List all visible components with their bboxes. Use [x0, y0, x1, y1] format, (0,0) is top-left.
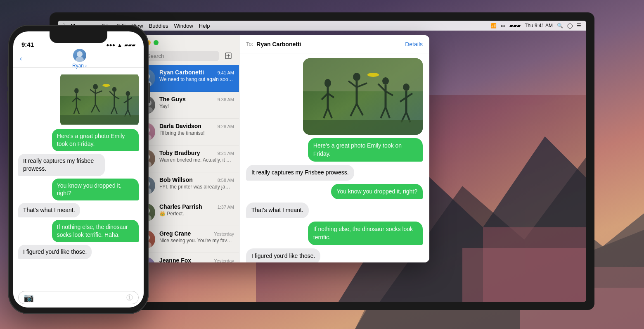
- conv-meta-bob: Bob Willson 8:58 AM FYI, the printer was…: [159, 176, 234, 191]
- iphone-photo: [60, 73, 139, 126]
- iphone-message-list: Here's a great photo Emily took on Frida…: [13, 68, 144, 287]
- conv-preview-bob: FYI, the printer was already jammed when…: [159, 184, 234, 191]
- notification-icon[interactable]: ☰: [577, 23, 581, 29]
- conv-meta-charles: Charles Parrish 1:37 AM 👑 Perfect.: [159, 203, 234, 217]
- iphone-status-icons: ●●● ▲ ▰▰▰: [106, 42, 135, 48]
- conv-name-darla: Darla Davidson: [159, 123, 201, 129]
- conv-preview-darla: I'll bring the tiramisu!: [159, 130, 234, 137]
- svg-point-43: [382, 77, 389, 85]
- app-store-icon: ①: [126, 293, 133, 303]
- siri-icon[interactable]: ◯: [567, 23, 573, 29]
- iphone-input-bar: 📷 ①: [13, 287, 144, 308]
- battery-status-icon: ▰▰▰: [124, 42, 135, 48]
- conv-time-guys: 9:36 AM: [218, 97, 234, 102]
- conv-name-greg: Greg Crane: [159, 230, 191, 237]
- chat-messages: Here's a great photo Emily took on Frida…: [239, 53, 429, 262]
- conv-name-guys: The Guys: [159, 96, 186, 103]
- iphone-body: 9:41 ●●● ▲ ▰▰▰ ‹ Ryan ›: [8, 25, 149, 314]
- iphone-msg-photo-caption: Here's a great photo Emily took on Frida…: [52, 129, 139, 151]
- iphone-msg-frisbee: It really captures my frisbee prowess.: [18, 154, 105, 176]
- iphone-msg-socks: If nothing else, the dinosaur socks look…: [52, 220, 139, 242]
- conv-meta-guys: The Guys 9:36 AM Yay!: [159, 96, 234, 110]
- message-sent-dropped: You know you dropped it, right?: [331, 184, 423, 200]
- chat-panel: To: Ryan Carbonetti Details: [239, 35, 429, 262]
- iphone-message-input[interactable]: 📷 ①: [18, 291, 139, 304]
- iphone-screen: 9:41 ●●● ▲ ▰▰▰ ‹ Ryan ›: [13, 31, 144, 308]
- conv-name-ryan: Ryan Carbonetti: [159, 69, 204, 76]
- airplay-icon: ▭: [501, 23, 505, 29]
- conv-name-jeanne: Jeanne Fox: [159, 257, 191, 262]
- iphone-msg-dropped: You know you dropped it, right?: [52, 179, 139, 201]
- svg-point-60: [74, 88, 78, 93]
- iphone-nav-center: Ryan ›: [22, 49, 137, 69]
- svg-point-57: [76, 57, 84, 62]
- buddies-menu[interactable]: Buddies: [149, 23, 168, 29]
- conv-time-darla: 9:28 AM: [218, 124, 234, 129]
- chat-photo-container: [303, 58, 423, 135]
- svg-point-72: [102, 84, 110, 87]
- wifi-icon: 📶: [490, 23, 497, 29]
- mute-button: [7, 66, 8, 74]
- iphone-photo-container: [60, 73, 139, 126]
- svg-point-73: [112, 87, 116, 92]
- iphone-frame: 9:41 ●●● ▲ ▰▰▰ ‹ Ryan ›: [8, 25, 149, 314]
- message-sent-socks: If nothing else, the dinosaur socks look…: [308, 222, 423, 245]
- conv-meta-greg: Greg Crane Yesterday Nice seeing you. Yo…: [159, 230, 234, 244]
- menubar-right: 📶 ▭ ▰▰▰ Thu 9:41 AM 🔍 ◯ ☰: [490, 23, 581, 29]
- chat-recipient: Ryan Carbonetti: [256, 41, 402, 48]
- conv-meta-darla: Darla Davidson 9:28 AM I'll bring the ti…: [159, 123, 234, 137]
- contact-avatar[interactable]: [73, 49, 86, 62]
- compose-icon: [225, 52, 232, 59]
- conv-meta-jeanne: Jeanne Fox Yesterday Every meal I've had…: [159, 257, 234, 262]
- volume-down-button: [7, 91, 8, 103]
- conv-time-toby: 9:21 AM: [218, 151, 234, 156]
- volume-up-button: [7, 74, 8, 87]
- svg-point-49: [403, 83, 410, 91]
- camera-icon: 📷: [24, 293, 34, 303]
- conv-preview-toby: Warren briefed me. Actually, it wasn't t…: [159, 157, 234, 164]
- maximize-button[interactable]: [154, 40, 159, 45]
- compose-button[interactable]: [223, 50, 234, 62]
- svg-rect-85: [60, 115, 139, 125]
- conv-time-bob: 8:58 AM: [218, 178, 234, 183]
- search-icon[interactable]: 🔍: [557, 23, 563, 29]
- chat-photo-image: [303, 58, 423, 135]
- svg-point-36: [353, 73, 360, 81]
- svg-point-56: [77, 51, 83, 57]
- battery-icon: ▰▰▰: [509, 23, 521, 29]
- chat-header: To: Ryan Carbonetti Details: [239, 35, 429, 53]
- help-menu[interactable]: Help: [199, 23, 210, 29]
- iphone-msg-meant: That's what I meant.: [18, 203, 80, 217]
- messages-window: 🔍: [132, 35, 429, 262]
- conv-name-charles: Charles Parrish: [159, 203, 202, 210]
- conv-time-ryan: 9:41 AM: [218, 70, 234, 75]
- clock: Thu 9:41 AM: [525, 23, 553, 29]
- message-sent-photo-caption: Here's a great photo Emily took on Frida…: [308, 138, 423, 162]
- wifi-status-icon: ▲: [117, 42, 122, 48]
- svg-rect-8: [462, 248, 586, 302]
- conv-name-toby: Toby Bradbury: [159, 150, 200, 156]
- signal-icon: ●●●: [106, 42, 115, 48]
- conv-name-bob: Bob Willson: [159, 176, 193, 183]
- conv-preview-charles: 👑 Perfect.: [159, 211, 234, 217]
- conv-meta-ryan: Ryan Carbonetti 9:41 AM We need to hang …: [159, 69, 234, 83]
- search-input[interactable]: [137, 51, 219, 61]
- iphone-notch: [50, 31, 107, 43]
- message-received-frisbee: It really captures my Frisbee prowess.: [246, 165, 354, 181]
- conv-meta-toby: Toby Bradbury 9:21 AM Warren briefed me.…: [159, 150, 234, 164]
- message-received-figured: I figured you'd like those.: [246, 248, 320, 262]
- conv-preview-greg: Nice seeing you. You're my favorite pers…: [159, 238, 234, 244]
- svg-point-66: [93, 84, 98, 89]
- power-button: [149, 83, 150, 103]
- window-menu[interactable]: Window: [174, 23, 193, 29]
- svg-rect-55: [303, 120, 423, 135]
- svg-point-79: [126, 91, 130, 96]
- conv-time-charles: 1:37 AM: [218, 205, 234, 210]
- iphone-nav-bar: ‹ Ryan ›: [13, 50, 144, 68]
- details-button[interactable]: Details: [405, 41, 423, 48]
- conv-time-greg: Yesterday: [214, 231, 234, 236]
- iphone-msg-figured: I figured you'd like those.: [18, 245, 92, 259]
- conv-time-jeanne: Yesterday: [214, 258, 234, 262]
- search-container: 🔍: [137, 51, 219, 61]
- svg-point-30: [324, 79, 331, 87]
